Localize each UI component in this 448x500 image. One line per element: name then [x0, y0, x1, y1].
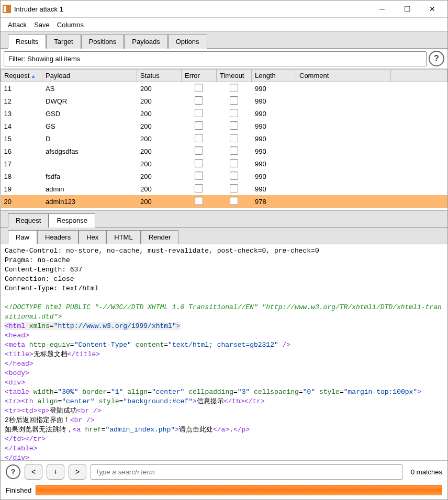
progress-bar [36, 485, 442, 495]
help-icon[interactable]: ? [429, 51, 444, 66]
table-row[interactable]: 14GS200990 [1, 120, 447, 132]
error-checkbox[interactable] [195, 84, 203, 92]
table-row[interactable]: 13GSD200990 [1, 107, 447, 120]
tab-options[interactable]: Options [168, 35, 207, 49]
app-icon [3, 5, 11, 13]
filter-bar[interactable]: Filter: Showing all items [4, 51, 427, 66]
titlebar: Intruder attack 1 ─ ☐ ✕ [1, 1, 447, 18]
table-row[interactable]: 17200990 [1, 157, 447, 170]
add-button[interactable]: + [47, 464, 64, 480]
menu-save[interactable]: Save [34, 21, 50, 29]
col-timeout[interactable]: Timeout [217, 70, 252, 82]
minimize-button[interactable]: ─ [374, 5, 390, 13]
subtab-hex[interactable]: Hex [79, 230, 106, 244]
tab-response[interactable]: Response [49, 213, 95, 228]
timeout-checkbox[interactable] [230, 197, 238, 205]
error-checkbox[interactable] [195, 172, 203, 180]
response-raw-pane[interactable]: Cache-Control: no-store, no-cache, must-… [1, 244, 447, 460]
results-table: Request▲ Payload Status Error Timeout Le… [1, 69, 447, 208]
col-payload[interactable]: Payload [42, 70, 137, 82]
next-match-button[interactable]: > [69, 464, 86, 480]
close-button[interactable]: ✕ [424, 5, 440, 13]
svg-rect-1 [4, 6, 6, 12]
col-error[interactable]: Error [182, 70, 217, 82]
table-row[interactable]: 20admin123200978 [1, 195, 447, 208]
col-status[interactable]: Status [137, 70, 182, 82]
timeout-checkbox[interactable] [230, 109, 238, 117]
maximize-button[interactable]: ☐ [399, 5, 415, 13]
table-row[interactable]: 11AS200990 [1, 82, 447, 95]
col-comment[interactable]: Comment [296, 70, 391, 82]
subtab-raw[interactable]: Raw [8, 230, 37, 244]
error-checkbox[interactable] [195, 184, 203, 192]
timeout-checkbox[interactable] [230, 184, 238, 192]
prev-match-button[interactable]: < [25, 464, 42, 480]
table-row[interactable]: 18fsdfa200990 [1, 170, 447, 183]
error-checkbox[interactable] [195, 197, 203, 205]
tab-results[interactable]: Results [8, 35, 46, 49]
timeout-checkbox[interactable] [230, 121, 238, 130]
menubar: Attack Save Columns [1, 18, 447, 32]
error-checkbox[interactable] [195, 96, 203, 105]
search-bar: ? < + > 0 matches [1, 460, 447, 483]
main-tabs: ResultsTargetPositionsPayloadsOptions [1, 32, 447, 49]
tab-positions[interactable]: Positions [81, 35, 125, 49]
statusbar: Finished [1, 483, 447, 499]
status-label: Finished [6, 486, 31, 494]
req-resp-tabs: Request Response [1, 210, 447, 228]
table-row[interactable]: 15D200990 [1, 132, 447, 145]
error-checkbox[interactable] [195, 121, 203, 130]
timeout-checkbox[interactable] [230, 146, 238, 155]
subtab-render[interactable]: Render [141, 230, 179, 244]
window-title: Intruder attack 1 [11, 5, 374, 13]
timeout-checkbox[interactable] [230, 96, 238, 105]
col-request[interactable]: Request▲ [1, 70, 42, 82]
timeout-checkbox[interactable] [230, 159, 238, 167]
error-checkbox[interactable] [195, 146, 203, 155]
error-checkbox[interactable] [195, 134, 203, 142]
timeout-checkbox[interactable] [230, 84, 238, 92]
timeout-checkbox[interactable] [230, 134, 238, 142]
subtab-headers[interactable]: Headers [37, 230, 79, 244]
subtab-html[interactable]: HTML [106, 230, 140, 244]
col-spacer [391, 70, 447, 82]
table-row[interactable]: 12DWQR200990 [1, 95, 447, 107]
help-icon[interactable]: ? [6, 464, 20, 479]
search-input[interactable] [91, 464, 402, 480]
sort-asc-icon: ▲ [30, 73, 36, 79]
response-subtabs: RawHeadersHexHTMLRender [1, 228, 447, 244]
error-checkbox[interactable] [195, 109, 203, 117]
error-checkbox[interactable] [195, 159, 203, 167]
tab-payloads[interactable]: Payloads [124, 35, 167, 49]
tab-target[interactable]: Target [46, 35, 81, 49]
table-row[interactable]: 19admin200990 [1, 183, 447, 195]
menu-columns[interactable]: Columns [57, 21, 84, 29]
tab-request[interactable]: Request [8, 213, 49, 228]
table-row[interactable]: 16afsdgsdfas200990 [1, 145, 447, 157]
matches-count: 0 matches [407, 468, 442, 476]
menu-attack[interactable]: Attack [8, 21, 27, 29]
col-length[interactable]: Length [252, 70, 296, 82]
timeout-checkbox[interactable] [230, 172, 238, 180]
